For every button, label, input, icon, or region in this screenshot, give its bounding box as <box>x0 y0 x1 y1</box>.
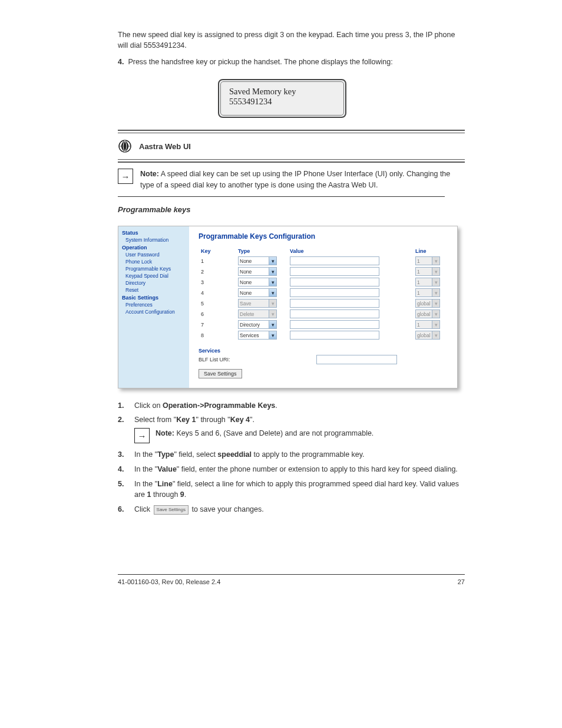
table-row: 5Save▾global▾ <box>199 298 450 309</box>
chevron-down-icon: ▾ <box>432 268 439 275</box>
globe-icon <box>118 139 132 153</box>
sidebar-item[interactable]: Keypad Speed Dial <box>125 272 186 279</box>
type-select[interactable]: None▾ <box>238 256 277 265</box>
steps-list: 1.Click on Operation->Programmable Keys.… <box>118 400 465 515</box>
table-row: 3None▾1▾ <box>199 277 450 288</box>
line-select: 1▾ <box>415 278 440 286</box>
side-status: Status <box>122 230 186 236</box>
table-row: 1None▾1▾ <box>199 256 450 266</box>
value-input[interactable] <box>290 309 379 318</box>
sidebar-item[interactable]: Account Configuration <box>125 308 186 315</box>
chevron-down-icon: ▾ <box>269 310 276 318</box>
chevron-down-icon: ▾ <box>269 268 276 275</box>
side-operation: Operation <box>122 245 186 251</box>
value-input[interactable] <box>290 331 379 340</box>
table-row: 8Services▾global▾ <box>199 330 450 341</box>
line-select: global▾ <box>415 299 440 308</box>
table-row: 6Delete▾global▾ <box>199 309 450 319</box>
web-ui-label: Aastra Web UI <box>139 142 191 151</box>
note-icon: → <box>134 428 150 443</box>
side-basic: Basic Settings <box>122 295 186 301</box>
value-input[interactable] <box>290 299 379 308</box>
rule-top <box>118 130 465 133</box>
note-icon: → <box>118 169 133 184</box>
lcd-line-2: 5553491234 <box>229 97 338 107</box>
instruction-4: 4. Press the handsfree key or pickup the… <box>118 57 465 67</box>
type-select[interactable]: None▾ <box>238 278 277 286</box>
footer-left: 41-001160-03, Rev 00, Release 2.4 <box>118 578 220 585</box>
step-item: 5.In the "Line" field, select a line for… <box>118 479 465 501</box>
webui-title: Programmable Keys Configuration <box>199 232 450 241</box>
keys-table: Key Type Value Line 1None▾1▾2None▾1▾3Non… <box>199 246 450 341</box>
type-select: Delete▾ <box>238 309 277 318</box>
chevron-down-icon: ▾ <box>269 257 276 265</box>
chevron-down-icon: ▾ <box>432 278 439 286</box>
webui-sidebar: Status System Information Operation User… <box>118 226 189 388</box>
step-item: 2.Select from "Key 1" through "Key 4".→N… <box>118 414 465 446</box>
type-select[interactable]: None▾ <box>238 267 277 276</box>
sidebar-item[interactable]: Preferences <box>125 301 186 308</box>
sidebar-item[interactable]: User Password <box>125 251 186 258</box>
sidebar-item[interactable]: Reset <box>125 286 186 294</box>
chevron-down-icon: ▾ <box>432 310 439 318</box>
value-input[interactable] <box>290 256 379 265</box>
sidebar-item[interactable]: Programmable Keys <box>125 265 186 272</box>
step-item: 4.In the "Value" field, enter the phone … <box>118 464 465 475</box>
type-select[interactable]: Services▾ <box>238 331 277 340</box>
line-select: 1▾ <box>415 288 440 297</box>
line-select: 1▾ <box>415 320 440 329</box>
type-select[interactable]: Directory▾ <box>238 320 277 329</box>
value-input[interactable] <box>290 320 379 329</box>
blf-label: BLF List URI: <box>199 357 310 363</box>
value-input[interactable] <box>290 267 379 276</box>
step-item: 6.Click Save Settings to save your chang… <box>118 504 465 515</box>
type-select[interactable]: None▾ <box>238 288 277 297</box>
chevron-down-icon: ▾ <box>432 299 439 307</box>
webui-screenshot: Status System Information Operation User… <box>118 226 458 388</box>
services-heading: Services <box>199 348 450 354</box>
blf-input[interactable] <box>316 355 397 364</box>
chevron-down-icon: ▾ <box>432 331 439 339</box>
line-select: 1▾ <box>415 256 440 265</box>
table-row: 2None▾1▾ <box>199 266 450 277</box>
lcd-memory-key: Saved Memory key 5553491234 <box>218 79 346 118</box>
chevron-down-icon: ▾ <box>432 257 439 265</box>
chevron-down-icon: ▾ <box>269 289 276 297</box>
line-select: 1▾ <box>415 267 440 276</box>
save-settings-inline-button: Save Settings <box>154 505 189 515</box>
rule-mid <box>118 159 465 163</box>
value-input[interactable] <box>290 288 379 297</box>
sidebar-item[interactable]: Directory <box>125 279 186 286</box>
foreword: The new speed dial key is assigned to pr… <box>118 29 465 51</box>
rule-under-note <box>118 196 445 197</box>
line-select: global▾ <box>415 331 440 340</box>
table-row: 7Directory▾1▾ <box>199 319 450 330</box>
chevron-down-icon: ▾ <box>432 321 439 328</box>
line-select: global▾ <box>415 309 440 318</box>
chevron-down-icon: ▾ <box>269 321 276 328</box>
side-sysinfo[interactable]: System Information <box>125 236 186 243</box>
chevron-down-icon: ▾ <box>269 299 276 307</box>
type-select: Save▾ <box>238 299 277 308</box>
footer-right: 27 <box>458 578 465 585</box>
sidebar-item[interactable]: Phone Lock <box>125 258 186 265</box>
table-row: 4None▾1▾ <box>199 288 450 298</box>
footer-rule <box>118 574 465 575</box>
save-settings-button[interactable]: Save Settings <box>199 369 242 378</box>
lcd-line-1: Saved Memory key <box>229 87 338 97</box>
chevron-down-icon: ▾ <box>269 331 276 339</box>
chevron-down-icon: ▾ <box>269 278 276 286</box>
note-label: Note: <box>140 170 159 178</box>
step-item: 1.Click on Operation->Programmable Keys. <box>118 400 465 411</box>
chevron-down-icon: ▾ <box>432 289 439 297</box>
section-heading: Programmable keys <box>118 205 465 214</box>
note-text: A speed dial key can be set up using the… <box>140 170 450 189</box>
value-input[interactable] <box>290 278 379 286</box>
step-item: 3.In the "Type" field, select speeddial … <box>118 449 465 460</box>
